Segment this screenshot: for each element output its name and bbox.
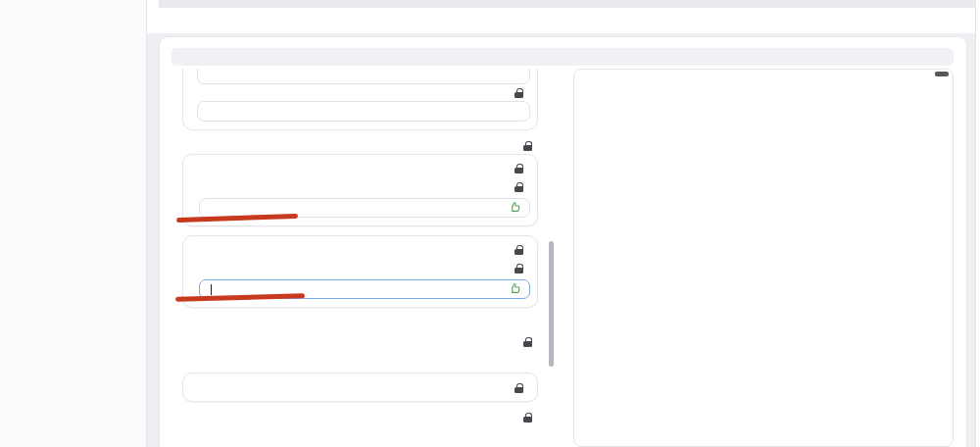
lock-icon[interactable] — [514, 182, 523, 192]
lock-icon[interactable] — [514, 88, 523, 98]
form-scrollbar-thumb[interactable] — [549, 241, 554, 367]
lock-icon[interactable] — [514, 264, 523, 273]
lock-icon[interactable] — [523, 337, 532, 347]
subnet-1-index[interactable] — [197, 245, 204, 257]
resources-label[interactable] — [202, 381, 209, 393]
form-scrollbar[interactable] — [549, 69, 554, 447]
tab-strip — [172, 48, 954, 66]
resources-card[interactable] — [182, 372, 538, 402]
lock-icon[interactable] — [523, 141, 532, 151]
app-window — [0, 0, 980, 447]
thumbs-up-icon — [509, 282, 521, 297]
thumbs-up-icon — [509, 201, 521, 216]
lock-icon[interactable] — [514, 245, 523, 255]
editor-scrollbar-thumb[interactable] — [935, 72, 949, 76]
storage-input[interactable] — [197, 69, 530, 84]
lock-icon[interactable] — [514, 383, 523, 393]
lock-icon[interactable] — [514, 164, 523, 174]
sidebar — [0, 0, 147, 447]
yaml-editor[interactable] — [573, 69, 954, 447]
top-strip — [159, 0, 980, 8]
page-scrollbar[interactable] — [975, 0, 980, 447]
form-panel — [165, 69, 549, 447]
systemdisk-card — [182, 69, 538, 130]
lock-icon[interactable] — [523, 413, 532, 422]
editor-minimap[interactable] — [870, 73, 904, 118]
subnet-0-index[interactable] — [197, 164, 204, 175]
text-cursor — [211, 284, 212, 295]
storage-class-input[interactable] — [197, 101, 530, 122]
